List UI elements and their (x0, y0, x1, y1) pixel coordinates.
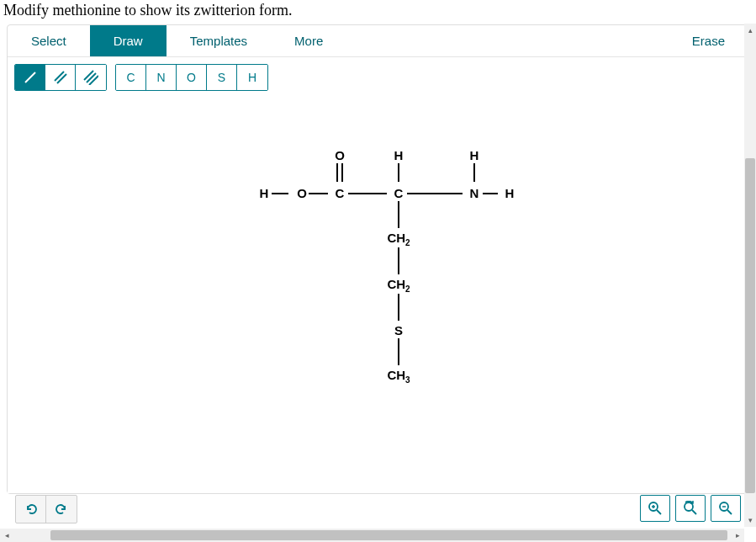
question-text: Modify methionine to show its zwitterion… (0, 0, 756, 24)
undo-icon (24, 502, 38, 516)
zoom-out-button[interactable] (711, 495, 741, 522)
tab-more[interactable]: More (271, 25, 346, 56)
bond-n-h-top[interactable] (473, 163, 475, 182)
scroll-right-arrow[interactable]: ▸ (731, 529, 744, 542)
svg-line-2 (57, 74, 66, 83)
triple-bond-tool[interactable] (76, 65, 106, 90)
zoom-group (640, 495, 741, 523)
double-bond-icon (53, 70, 68, 85)
single-bond-tool[interactable] (15, 65, 45, 90)
svg-line-13 (727, 510, 732, 514)
bond-ch2-ch2[interactable] (398, 247, 399, 274)
svg-line-4 (87, 73, 96, 82)
svg-line-3 (84, 71, 93, 80)
zoom-out-icon (718, 501, 733, 516)
double-bond-tool[interactable] (45, 65, 76, 90)
scroll-left-arrow[interactable]: ◂ (0, 529, 13, 542)
bond-c-c[interactable] (348, 193, 387, 194)
bond-ch2-s[interactable] (398, 294, 399, 321)
redo-icon (55, 502, 68, 516)
bond-n-h-right[interactable] (483, 193, 498, 194)
svg-line-1 (55, 72, 64, 81)
atom-s[interactable]: S (386, 323, 411, 337)
svg-line-11 (692, 510, 696, 514)
single-bond-icon (23, 70, 38, 85)
bond-h-o[interactable] (272, 193, 288, 194)
bond-c-h-alpha[interactable] (398, 163, 399, 182)
bond-c-o-double-2[interactable] (341, 163, 343, 182)
atom-ch3[interactable]: CH3 (386, 368, 411, 385)
zoom-in-icon (648, 501, 663, 516)
atom-n-button[interactable]: N (146, 65, 177, 90)
bond-c-o-double-1[interactable] (336, 163, 338, 182)
atom-h-ntop[interactable]: H (462, 148, 487, 162)
bottom-controls (15, 495, 741, 523)
tab-erase[interactable]: Erase (669, 25, 748, 56)
atom-ch2-2[interactable]: CH2 (386, 277, 411, 294)
atom-o-button[interactable]: O (177, 65, 207, 90)
bond-o-c[interactable] (309, 193, 328, 194)
bond-c-ch2-1[interactable] (398, 201, 399, 228)
redo-button[interactable] (46, 496, 77, 523)
svg-line-0 (25, 72, 35, 82)
tab-row: Select Draw Templates More Erase (8, 25, 748, 57)
tab-draw[interactable]: Draw (90, 25, 167, 56)
atom-c-button[interactable]: C (116, 65, 146, 90)
atom-h-button[interactable]: H (237, 65, 267, 90)
drawing-canvas[interactable]: O H H H O C C N H CH2 CH2 (8, 98, 748, 493)
scroll-up-arrow[interactable]: ▴ (744, 24, 756, 37)
vertical-scrollbar[interactable]: ▴ ▾ (744, 24, 756, 527)
tab-select[interactable]: Select (8, 25, 90, 56)
atom-s-button[interactable]: S (207, 65, 237, 90)
scroll-down-arrow[interactable]: ▾ (744, 513, 756, 527)
atom-o-top[interactable]: O (327, 148, 352, 162)
undo-button[interactable] (16, 496, 46, 523)
svg-line-7 (657, 510, 661, 514)
atom-tool-group: C N O S H (115, 64, 268, 91)
tab-templates[interactable]: Templates (167, 25, 271, 56)
bond-c-n[interactable] (407, 193, 463, 194)
svg-line-5 (89, 76, 98, 85)
horizontal-scroll-thumb[interactable] (50, 530, 727, 540)
tool-row: C N O S H (8, 57, 748, 98)
editor-panel: Select Draw Templates More Erase C N O S… (7, 24, 749, 494)
undo-redo-group (15, 495, 77, 523)
atom-ch2-1[interactable]: CH2 (386, 231, 411, 247)
triple-bond-icon (83, 70, 98, 85)
bond-tool-group (14, 64, 107, 91)
bond-s-ch3[interactable] (398, 338, 399, 365)
atom-h-nright[interactable]: H (497, 186, 522, 200)
horizontal-scrollbar[interactable]: ◂ ▸ (0, 529, 744, 542)
atom-h-alpha[interactable]: H (386, 148, 411, 162)
zoom-reset-button[interactable] (675, 495, 706, 522)
zoom-reset-icon (683, 501, 698, 516)
zoom-in-button[interactable] (640, 495, 670, 522)
vertical-scroll-thumb[interactable] (745, 158, 755, 493)
